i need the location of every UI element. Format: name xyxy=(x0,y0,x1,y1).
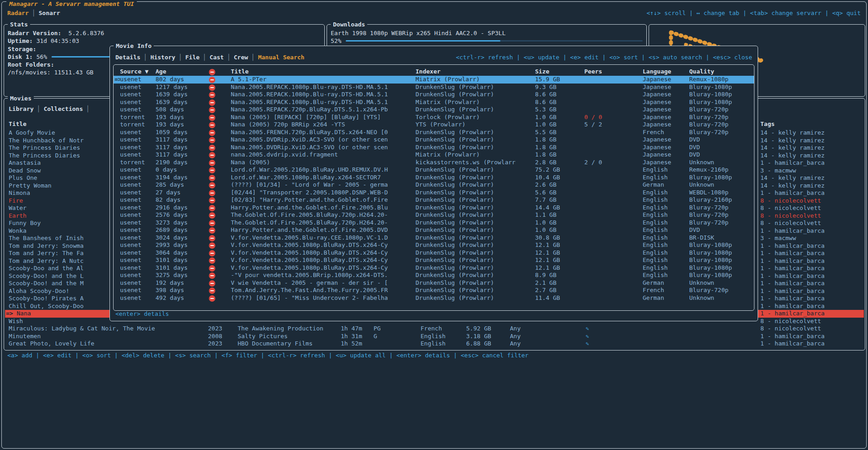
release-row[interactable]: usenet2916 daysHarry.Potter.and.the.Gobl… xyxy=(114,204,754,212)
release-row[interactable]: usenet1639 daysNana.2005.REPACK.1080p.Bl… xyxy=(114,99,754,106)
column-header-age[interactable]: Age xyxy=(156,68,208,76)
movie-info-tab-details[interactable]: Details xyxy=(115,54,140,61)
release-peers-cell xyxy=(584,196,643,204)
movie-info-tab-crew[interactable]: Crew xyxy=(234,54,248,61)
release-row[interactable]: usenet508 daysNana.2005.REPACK.720p.BluR… xyxy=(114,106,754,114)
movie-certification-cell: G xyxy=(370,333,417,340)
servarr-tab-radarr[interactable]: Radarr xyxy=(7,10,29,16)
release-age-cell: 2190 days xyxy=(156,159,208,167)
release-age-cell: 3024 days xyxy=(156,234,208,242)
uptime-value: 31d 04:35:03 xyxy=(36,37,79,44)
release-row[interactable]: usenet2576 daysThe.Goblet.Of.Fire.2005.B… xyxy=(114,211,754,219)
release-row[interactable]: usenet3273 daysThe.Goblet.Of.Fire.2005.B… xyxy=(114,219,754,227)
column-header-source[interactable]: Source ▼ xyxy=(120,68,156,76)
release-quality-cell: Unknown xyxy=(689,181,754,189)
no-entry-icon xyxy=(209,190,215,196)
tab-separator: │ xyxy=(144,54,147,61)
release-age-cell: 3275 days xyxy=(156,272,208,279)
release-row[interactable]: usenet192 daysV wie Vendetta - 2005 - ge… xyxy=(114,279,754,287)
release-row[interactable]: usenet1217 daysNana.2005.REPACK.1080p.Bl… xyxy=(114,84,754,91)
release-row[interactable]: usenet3024 daysV.for.Vendetta.2005.Blu-r… xyxy=(114,234,754,242)
release-rejection-cell xyxy=(208,144,231,152)
column-header-release-title[interactable]: Title xyxy=(231,68,416,76)
release-row[interactable]: torrent2190 daysNana (2005)kickasstorren… xyxy=(114,159,754,167)
release-row[interactable]: usenet3117 daysNana.2005.DVDRip.XviD.AC3… xyxy=(114,144,754,152)
release-row[interactable]: usenet2689 daysHarry.Potter.and.the.Gobl… xyxy=(114,226,754,234)
release-row[interactable]: usenet3101 daysV.for.Vendetta.2005.1080p… xyxy=(114,256,754,264)
release-size-cell: 8.6 GB xyxy=(535,91,584,99)
library-row[interactable]: Great Photo, Lovely Life2023HBO Document… xyxy=(5,340,864,348)
release-age-cell: 1059 days xyxy=(156,129,208,136)
release-row[interactable]: usenet27 days[02/44] "Transporter 2.2005… xyxy=(114,189,754,197)
library-row[interactable]: Miraculous: Ladybug & Cat Noir, The Movi… xyxy=(5,325,864,333)
movie-tags-cell: 14 - kelly ramirez xyxy=(757,182,864,190)
column-header-peers[interactable]: Peers xyxy=(584,68,643,76)
release-title-cell: The.Goblet.Of.Fire.2005.BluRay.720p.H264… xyxy=(231,219,416,227)
movies-tab-collections[interactable]: Collections xyxy=(44,105,83,112)
release-indexer-cell: DrunkenSlug (Prowlarr) xyxy=(416,211,535,219)
release-row[interactable]: usenet3275 days-"V pour vendetta.2005.BR… xyxy=(114,272,754,279)
column-header-language[interactable]: Language xyxy=(643,68,689,76)
release-quality-cell: Unknown xyxy=(689,294,754,302)
servarr-tab-sonarr[interactable]: Sonarr xyxy=(39,10,60,16)
release-row[interactable]: usenet2993 daysV.for.Vendetta.2005.1080p… xyxy=(114,241,754,249)
selection-prefix xyxy=(114,189,120,197)
movies-tab-library[interactable]: Library xyxy=(9,105,34,112)
movie-info-tab-file[interactable]: File xyxy=(185,54,199,61)
release-row[interactable]: usenet492 days(????) [01/65] - "Miss Und… xyxy=(114,294,754,302)
release-title-cell: (????) [01/34] - "Lord of War - 2005 - g… xyxy=(231,181,416,189)
release-age-cell: 3064 days xyxy=(156,249,208,257)
release-row[interactable]: =>usenet802 daysA 5.1-PTerMiatrix (Prowl… xyxy=(114,76,754,84)
release-row[interactable]: torrent193 daysNana (2005) [REPACK] [720… xyxy=(114,114,754,121)
release-indexer-cell: DrunkenSlug (Prowlarr) xyxy=(416,196,535,204)
release-quality-cell: BR-DISK xyxy=(689,234,754,242)
release-language-cell: English xyxy=(643,189,689,197)
movie-info-tab-cast[interactable]: Cast xyxy=(209,54,223,61)
release-language-cell: English xyxy=(643,204,689,212)
release-row[interactable]: usenet0 daysLord.of.War.2005.2160p.BluRa… xyxy=(114,166,754,174)
release-row[interactable]: usenet1639 daysNana.2005.REPACK.1080p.Bl… xyxy=(114,91,754,99)
release-peers-cell xyxy=(584,211,643,219)
release-row[interactable]: usenet3117 daysnana.2005.dvdrip.xvid.fra… xyxy=(114,151,754,159)
movie-tags-cell: 8 - nicolecolvett xyxy=(757,197,864,205)
column-header-quality[interactable]: Quality xyxy=(689,68,754,76)
release-title-cell: V.for.Vendetta.2005.1080p.BluRay.DTS.x26… xyxy=(231,264,416,272)
release-row[interactable]: usenet3117 daysNana.2005.DVDRip.XviD.AC3… xyxy=(114,136,754,144)
release-indexer-cell: DrunkenSlug (Prowlarr) xyxy=(416,189,535,197)
column-header-size[interactable]: Size xyxy=(535,68,584,76)
movie-info-tab-history[interactable]: History xyxy=(151,54,176,61)
release-title-cell: Nana.2005.REPACK.1080p.Blu-ray.DTS-HD.MA… xyxy=(231,99,416,106)
movie-title-cell: Great Photo, Lovely Life xyxy=(5,340,204,348)
release-language-cell: English xyxy=(643,174,689,182)
release-row[interactable]: usenet3194 daysLord.of.War.2005.1080p.Bl… xyxy=(114,174,754,182)
release-protocol-cell: usenet xyxy=(120,99,156,106)
release-age-cell: 285 days xyxy=(156,181,208,189)
release-quality-cell: Bluray-1080p xyxy=(689,84,754,91)
release-row[interactable]: usenet398 daysTom.And.Jerry.The.Fast.And… xyxy=(114,287,754,294)
release-rejection-cell xyxy=(208,84,231,91)
selection-prefix xyxy=(114,114,120,121)
release-rejection-cell xyxy=(208,114,231,121)
release-language-cell: Japanese xyxy=(643,121,689,129)
release-rejection-cell xyxy=(208,272,231,279)
column-header-indexer[interactable]: Indexer xyxy=(416,68,535,76)
movie-info-tab-manual-search[interactable]: Manual Search xyxy=(258,54,305,61)
no-entry-icon xyxy=(209,145,215,151)
release-quality-cell: Bluray-720p xyxy=(689,129,754,136)
release-row[interactable]: usenet285 days(????) [01/34] - "Lord of … xyxy=(114,181,754,189)
release-row[interactable]: torrent193 daysNana (2005) 720p BRRip x2… xyxy=(114,121,754,129)
library-row[interactable]: Minutemen2008Salty Pictures1h 31mGEnglis… xyxy=(5,333,864,340)
release-quality-cell: Remux-2160p xyxy=(689,166,754,174)
release-protocol-cell: usenet xyxy=(120,264,156,272)
movie-monitored-cell: ✎ xyxy=(582,333,757,340)
release-row[interactable]: usenet3064 daysV.for.Vendetta.2005.1080p… xyxy=(114,249,754,257)
release-row[interactable]: usenet82 days[02/83] "Harry.Potter.and.t… xyxy=(114,196,754,204)
release-title-cell: V.for.Vendetta.2005.1080p.BluRay.DTS.x26… xyxy=(231,241,416,249)
movie-certification-cell xyxy=(370,340,417,348)
release-rejection-cell xyxy=(208,181,231,189)
release-rejection-cell xyxy=(208,91,231,99)
release-row[interactable]: usenet3101 daysV.for.Vendetta.2005.1080p… xyxy=(114,264,754,272)
release-row[interactable]: usenet1059 daysNana.2005.FRENCH.720p.Blu… xyxy=(114,129,754,136)
version-line: Radarr Version: 5.2.6.8376 xyxy=(8,29,321,37)
release-size-cell: 1.0 GB xyxy=(535,121,584,129)
